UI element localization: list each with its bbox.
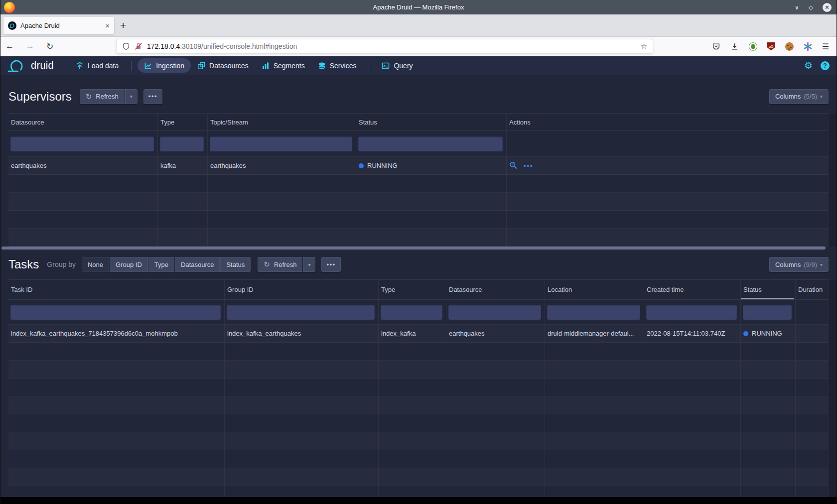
filter-topic-stream-input[interactable] <box>210 136 352 151</box>
task-row[interactable]: index_kafka_earthquakes_7184357396d6c0a_… <box>8 325 829 343</box>
druid-brand-text: druid <box>31 60 54 71</box>
group-by-status-button[interactable]: Status <box>220 257 251 272</box>
tasks-refresh-caret-button[interactable]: ▾ <box>303 257 315 272</box>
table-cell-empty <box>8 414 224 432</box>
table-row-empty <box>8 378 829 396</box>
filter-location-input[interactable] <box>547 305 640 320</box>
table-row-empty <box>8 468 829 486</box>
filter-type-input[interactable] <box>381 305 442 320</box>
column-header-status-sorted[interactable]: Status <box>740 280 795 299</box>
supervisors-more-button[interactable]: ••• <box>143 89 162 104</box>
forward-icon[interactable]: → <box>26 41 34 51</box>
asterisk-extension-icon[interactable] <box>804 42 812 51</box>
help-icon[interactable]: ? <box>821 61 830 70</box>
settings-gear-icon[interactable]: ⚙ <box>804 61 813 70</box>
filter-task-id-input[interactable] <box>10 305 221 320</box>
ublock-extension-icon[interactable]: uO <box>767 42 775 51</box>
column-header-task-id[interactable]: Task ID <box>8 280 224 299</box>
column-header-datasource[interactable]: Datasource <box>446 280 545 299</box>
url-text[interactable]: 172.18.0.4:30109/unified-console.html#in… <box>147 42 297 50</box>
cookie-extension-icon[interactable] <box>785 42 794 51</box>
nav-item-services[interactable]: Services <box>311 58 363 73</box>
supervisors-refresh-caret-button[interactable]: ▾ <box>125 89 138 104</box>
pocket-icon[interactable] <box>712 42 720 51</box>
inspect-magnifier-icon[interactable] <box>509 161 518 170</box>
table-cell-empty <box>207 211 356 228</box>
group-by-label: Group by <box>47 260 76 268</box>
column-header-topic-stream[interactable]: Topic/Stream <box>207 114 356 130</box>
druid-logo[interactable]: druid <box>7 59 54 73</box>
group-by-none-button[interactable]: None <box>82 257 109 272</box>
table-row-empty <box>8 432 829 450</box>
table-cell-empty <box>545 361 644 378</box>
filter-status-input[interactable] <box>743 305 792 320</box>
new-tab-button[interactable]: + <box>120 19 126 31</box>
column-header-type[interactable]: Type <box>378 280 446 299</box>
supervisors-columns-button[interactable]: Columns (5/5) ▾ <box>769 89 829 104</box>
url-bar[interactable]: 172.18.0.4:30109/unified-console.html#in… <box>116 39 653 54</box>
vertical-scrollbar-track[interactable] <box>829 114 837 247</box>
supervisor-row[interactable]: earthquakes kafka earthquakes RUNNING ••… <box>8 157 829 175</box>
table-cell-empty <box>446 450 545 468</box>
tab-apache-druid[interactable]: Apache Druid × <box>3 17 114 34</box>
column-header-actions[interactable]: Actions <box>506 114 829 130</box>
tasks-more-button[interactable]: ••• <box>321 257 340 272</box>
filter-type-input[interactable] <box>160 136 204 151</box>
tasks-table: Task ID Group ID Type Datasource Locatio… <box>8 279 829 497</box>
nav-label: Ingestion <box>156 62 184 70</box>
filter-created-time-input[interactable] <box>646 305 737 320</box>
nav-item-load-data[interactable]: Load data <box>69 58 125 73</box>
download-icon[interactable] <box>730 42 739 51</box>
supervisors-refresh-button[interactable]: ↻ Refresh <box>80 89 125 104</box>
table-cell-empty <box>644 361 740 378</box>
cell-task-id: index_kafka_earthquakes_7184357396d6c0a_… <box>8 325 224 342</box>
extension-green-icon[interactable] <box>749 42 757 51</box>
group-by-group-id-button[interactable]: Group ID <box>110 257 148 272</box>
vertical-scrollbar-track[interactable] <box>829 280 837 497</box>
nav-item-ingestion[interactable]: Ingestion <box>138 58 191 73</box>
maximize-button[interactable]: ◇ <box>809 4 813 11</box>
table-cell-empty <box>207 229 356 246</box>
filter-datasource-input[interactable] <box>10 136 154 151</box>
cell-status: RUNNING <box>356 157 506 174</box>
column-header-location[interactable]: Location <box>545 280 644 299</box>
column-header-created-time[interactable]: Created time <box>644 280 740 299</box>
tab-close-icon[interactable]: × <box>105 21 110 30</box>
back-icon[interactable]: ← <box>5 41 14 51</box>
filter-status-input[interactable] <box>358 136 503 151</box>
column-header-type[interactable]: Type <box>157 114 207 130</box>
table-cell-empty <box>795 378 829 396</box>
shield-icon[interactable] <box>122 42 130 50</box>
nav-label: Query <box>394 62 413 70</box>
column-header-duration[interactable]: Duration <box>795 280 829 299</box>
column-header-status[interactable]: Status <box>356 114 506 130</box>
nav-item-query[interactable]: Query <box>375 58 419 73</box>
nav-item-segments[interactable]: Segments <box>255 58 311 73</box>
nav-item-datasources[interactable]: Datasources <box>191 58 255 73</box>
column-header-group-id[interactable]: Group ID <box>224 280 378 299</box>
cell-type: kafka <box>157 157 207 174</box>
table-cell-empty <box>644 343 740 360</box>
filter-datasource-input[interactable] <box>448 305 541 320</box>
group-by-datasource-button[interactable]: Datasource <box>175 257 220 272</box>
reload-icon[interactable]: ↻ <box>46 41 53 52</box>
bookmark-star-icon[interactable]: ☆ <box>641 42 647 51</box>
tasks-refresh-button[interactable]: ↻ Refresh <box>258 257 302 272</box>
table-cell-empty <box>644 378 740 396</box>
row-actions-more-icon[interactable]: ••• <box>524 162 534 169</box>
hamburger-menu-icon[interactable]: ☰ <box>822 42 829 51</box>
table-cell-empty <box>506 193 829 210</box>
cell-group-id: index_kafka_earthquakes <box>224 325 378 342</box>
table-cell-empty <box>795 468 829 486</box>
filter-group-id-input[interactable] <box>227 305 375 320</box>
table-cell-empty <box>795 343 829 360</box>
column-header-datasource[interactable]: Datasource <box>8 114 157 130</box>
group-by-type-button[interactable]: Type <box>148 257 174 272</box>
close-window-button[interactable]: × <box>823 3 832 12</box>
table-cell-empty <box>644 468 740 486</box>
table-cell-empty <box>644 432 740 450</box>
insecure-lock-icon[interactable] <box>135 42 142 50</box>
tasks-columns-button[interactable]: Columns (9/9) ▾ <box>769 257 829 272</box>
cell-datasource: earthquakes <box>446 325 545 342</box>
minimize-button[interactable]: ∨ <box>795 4 799 11</box>
